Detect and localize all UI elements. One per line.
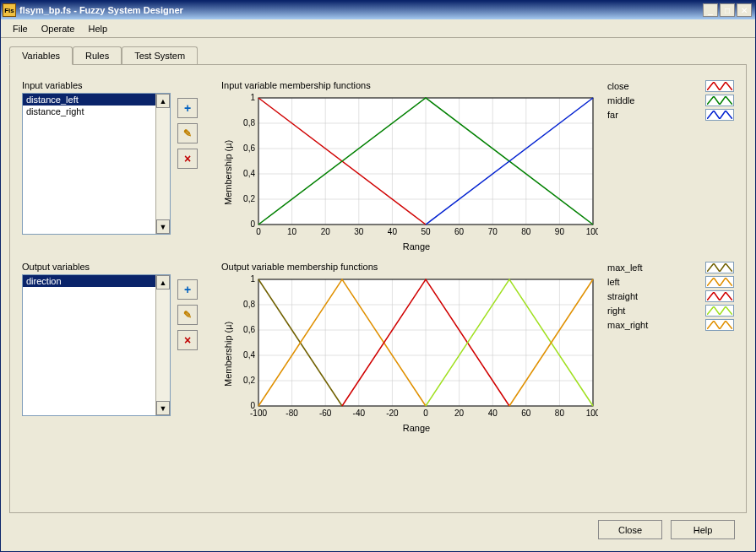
legend-row: right xyxy=(607,305,734,317)
svg-text:100: 100 xyxy=(586,409,598,418)
svg-text:40: 40 xyxy=(388,227,398,236)
output-chart-ylabel: Membership (µ) xyxy=(221,274,235,433)
legend-mark xyxy=(705,276,734,288)
titlebar[interactable]: Fis flsym_bp.fs - Fuzzy System Designer … xyxy=(1,1,755,19)
close-window-button[interactable]: ✕ xyxy=(737,3,752,17)
svg-text:0,2: 0,2 xyxy=(243,376,255,385)
svg-text:0,6: 0,6 xyxy=(243,325,255,334)
add-output-button[interactable]: + xyxy=(177,279,198,300)
legend-mark xyxy=(705,305,734,317)
legend-label: right xyxy=(607,306,625,316)
legend-row: left xyxy=(607,276,734,288)
svg-text:40: 40 xyxy=(488,409,498,418)
edit-input-button[interactable]: ✎ xyxy=(177,123,198,143)
legend-row: far xyxy=(607,109,734,121)
output-chart-xlabel: Range xyxy=(235,423,598,433)
list-item[interactable]: distance_right xyxy=(23,106,155,117)
legend-row: middle xyxy=(607,95,734,106)
output-variables-listbox[interactable]: direction ▲ ▼ xyxy=(22,274,171,416)
output-variables-label: Output variables xyxy=(22,262,171,272)
svg-text:20: 20 xyxy=(454,409,465,418)
svg-text:1: 1 xyxy=(250,274,255,284)
legend-mark xyxy=(705,290,734,302)
svg-text:0: 0 xyxy=(250,401,255,410)
legend-row: straight xyxy=(607,290,734,302)
delete-output-button[interactable]: × xyxy=(177,330,198,350)
svg-text:10: 10 xyxy=(287,227,297,236)
minimize-button[interactable]: _ xyxy=(703,3,718,17)
svg-rect-71 xyxy=(258,279,593,406)
svg-text:60: 60 xyxy=(521,409,531,418)
legend-mark xyxy=(705,319,734,331)
input-chart: 010203040506070809010000,20,40,60,81 xyxy=(235,93,598,241)
output-legend: max_left left straight right max_right xyxy=(607,262,734,433)
help-button[interactable]: Help xyxy=(671,520,735,539)
legend-label: max_left xyxy=(607,262,643,273)
input-variables-listbox[interactable]: distance_left distance_right ▲ ▼ xyxy=(22,93,171,235)
menubar: File Operate Help xyxy=(1,19,755,38)
svg-rect-35 xyxy=(258,98,593,225)
svg-text:-20: -20 xyxy=(386,409,399,418)
svg-text:0,8: 0,8 xyxy=(243,300,255,309)
svg-text:0,4: 0,4 xyxy=(243,350,255,360)
legend-label: left xyxy=(607,277,620,287)
svg-text:90: 90 xyxy=(555,227,565,236)
svg-text:0,2: 0,2 xyxy=(243,194,255,203)
output-chart: -100-80-60-40-2002040608010000,20,40,60,… xyxy=(235,274,598,423)
legend-mark xyxy=(705,109,734,121)
maximize-button[interactable]: □ xyxy=(720,3,735,17)
svg-text:-60: -60 xyxy=(319,409,332,418)
list-item[interactable]: distance_left xyxy=(23,94,155,106)
menu-operate[interactable]: Operate xyxy=(35,21,82,36)
list-item[interactable]: direction xyxy=(23,275,155,287)
scroll-up-icon[interactable]: ▲ xyxy=(156,275,170,290)
window-title: flsym_bp.fs - Fuzzy System Designer xyxy=(19,5,703,15)
scroll-down-icon[interactable]: ▼ xyxy=(156,219,170,234)
svg-text:30: 30 xyxy=(354,227,364,236)
svg-text:0: 0 xyxy=(423,409,428,418)
legend-row: close xyxy=(607,80,734,92)
input-variables-label: Input variables xyxy=(22,80,171,90)
menu-help[interactable]: Help xyxy=(81,21,114,36)
legend-label: far xyxy=(607,110,618,120)
edit-output-button[interactable]: ✎ xyxy=(177,305,198,325)
svg-text:0,4: 0,4 xyxy=(243,169,255,178)
svg-text:-80: -80 xyxy=(286,409,298,418)
input-legend: close middle far xyxy=(607,80,734,252)
svg-text:0: 0 xyxy=(256,227,261,236)
svg-text:80: 80 xyxy=(555,409,565,418)
tab-variables[interactable]: Variables xyxy=(9,46,73,65)
input-chart-ylabel: Membership (µ) xyxy=(221,93,235,252)
input-chart-xlabel: Range xyxy=(235,241,598,252)
delete-input-button[interactable]: × xyxy=(177,149,198,169)
legend-mark xyxy=(705,80,734,92)
svg-text:50: 50 xyxy=(421,227,431,236)
close-button[interactable]: Close xyxy=(598,520,662,539)
legend-label: middle xyxy=(607,95,634,106)
svg-text:-40: -40 xyxy=(353,409,366,418)
tab-test-system[interactable]: Test System xyxy=(122,46,198,65)
svg-text:1: 1 xyxy=(250,93,255,102)
tabs: Variables Rules Test System xyxy=(9,46,747,65)
scrollbar[interactable]: ▲ ▼ xyxy=(155,275,170,415)
scroll-up-icon[interactable]: ▲ xyxy=(156,94,170,108)
svg-text:60: 60 xyxy=(454,227,465,236)
add-input-button[interactable]: + xyxy=(177,98,198,118)
scrollbar[interactable]: ▲ ▼ xyxy=(155,94,170,234)
legend-mark xyxy=(705,95,734,106)
app-icon: Fis xyxy=(3,3,16,17)
menu-file[interactable]: File xyxy=(6,21,35,36)
svg-text:100: 100 xyxy=(586,227,598,236)
legend-label: straight xyxy=(607,291,638,301)
svg-text:0: 0 xyxy=(250,219,255,229)
input-chart-title: Input variable membership functions xyxy=(221,80,599,90)
app-window: Fis flsym_bp.fs - Fuzzy System Designer … xyxy=(0,0,756,552)
tab-rules[interactable]: Rules xyxy=(73,46,122,65)
svg-text:70: 70 xyxy=(488,227,498,236)
svg-text:20: 20 xyxy=(321,227,331,236)
scroll-down-icon[interactable]: ▼ xyxy=(156,401,170,415)
legend-mark xyxy=(705,262,734,273)
svg-text:0,8: 0,8 xyxy=(243,118,255,127)
legend-row: max_left xyxy=(607,262,734,273)
svg-text:0,6: 0,6 xyxy=(243,143,255,153)
